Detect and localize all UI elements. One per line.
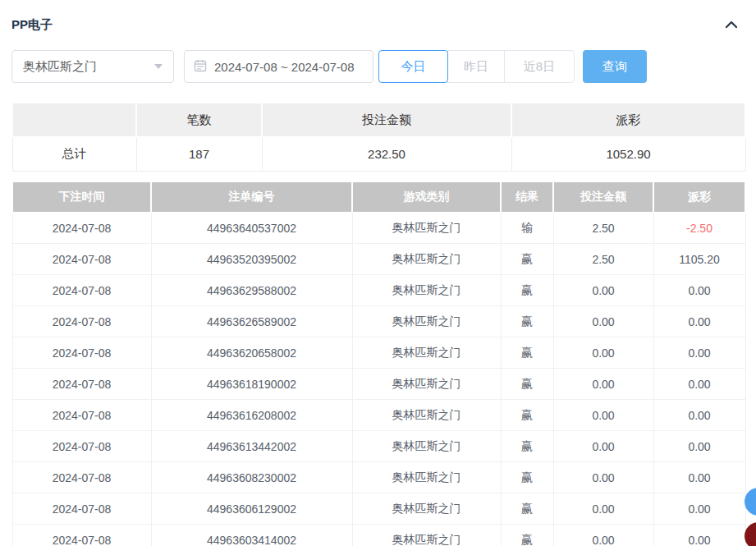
game-name-cell: 奥林匹斯之门 xyxy=(352,244,501,275)
bet-date-cell: 2024-07-08 xyxy=(12,306,151,337)
table-row: 2024-07-08 44963620658002 奥林匹斯之门 赢 0.00 … xyxy=(12,337,745,369)
result-cell: 赢 xyxy=(501,275,553,306)
result-cell: 赢 xyxy=(501,493,553,525)
bet-date-cell: 2024-07-08 xyxy=(12,431,151,462)
bet-id-cell: 44963608230002 xyxy=(151,462,352,493)
result-cell: 赢 xyxy=(501,369,553,400)
payout-cell: 0.00 xyxy=(653,431,745,462)
payout-cell: 0.00 xyxy=(653,306,745,337)
table-row: 2024-07-08 44963613442002 奥林匹斯之门 赢 0.00 … xyxy=(12,431,745,462)
chevron-down-icon xyxy=(154,64,163,69)
bet-amount-cell: 0.00 xyxy=(553,462,653,493)
game-name-cell: 奥林匹斯之门 xyxy=(352,369,501,400)
range-last8days-button[interactable]: 近8日 xyxy=(504,50,575,83)
game-name-cell: 奥林匹斯之门 xyxy=(352,337,501,369)
bet-date-cell: 2024-07-08 xyxy=(12,369,151,400)
table-row: 2024-07-08 44963629588002 奥林匹斯之门 赢 0.00 … xyxy=(12,275,745,306)
summary-total-label: 总计 xyxy=(12,137,136,171)
bet-id-cell: 44963626589002 xyxy=(151,306,352,337)
result-cell: 赢 xyxy=(501,400,553,431)
game-name-cell: 奥林匹斯之门 xyxy=(352,431,501,462)
payout-cell: -2.50 xyxy=(653,213,745,244)
range-today-button[interactable]: 今日 xyxy=(378,50,448,83)
bet-date-cell: 2024-07-08 xyxy=(12,337,151,369)
bet-table: 下注时间 注单编号 游戏类别 结果 投注金额 派彩 2024-07-08 449… xyxy=(11,181,746,546)
bet-amount-cell: 2.50 xyxy=(553,213,653,244)
game-name-cell: 奥林匹斯之门 xyxy=(352,525,501,546)
table-row: 2024-07-08 44963606129002 奥林匹斯之门 赢 0.00 … xyxy=(12,493,745,525)
bet-amount-cell: 0.00 xyxy=(553,400,653,431)
game-name-cell: 奥林匹斯之门 xyxy=(352,400,501,431)
result-cell: 赢 xyxy=(501,431,553,462)
bet-table-header-row: 下注时间 注单编号 游戏类别 结果 投注金额 派彩 xyxy=(12,181,745,213)
date-range-value: 2024-07-08 ~ 2024-07-08 xyxy=(214,60,355,74)
payout-cell: 0.00 xyxy=(653,337,745,369)
summary-total-payout: 1052.90 xyxy=(511,137,745,171)
summary-total-bet-amount: 232.50 xyxy=(262,137,511,171)
summary-total-count: 187 xyxy=(136,137,262,171)
table-row: 2024-07-08 44963616208002 奥林匹斯之门 赢 0.00 … xyxy=(12,400,745,431)
bet-id-cell: 44963629588002 xyxy=(151,275,352,306)
bet-amount-cell: 0.00 xyxy=(553,337,653,369)
table-row: 2024-07-08 44963520395002 奥林匹斯之门 赢 2.50 … xyxy=(12,244,745,275)
bet-id-cell: 44963616208002 xyxy=(151,400,352,431)
bet-amount-cell: 0.00 xyxy=(553,369,653,400)
game-name-cell: 奥林匹斯之门 xyxy=(352,275,501,306)
result-cell: 输 xyxy=(501,213,553,244)
bet-id-cell: 44963520395002 xyxy=(151,244,352,275)
bet-table-body: 2024-07-08 44963640537002 奥林匹斯之门 输 2.50 … xyxy=(12,213,745,546)
result-cell: 赢 xyxy=(501,337,553,369)
bet-date-cell: 2024-07-08 xyxy=(12,493,151,525)
payout-cell: 0.00 xyxy=(653,493,745,525)
payout-cell: 0.00 xyxy=(653,369,745,400)
table-row: 2024-07-08 44963608230002 奥林匹斯之门 赢 0.00 … xyxy=(12,462,745,493)
bet-date-cell: 2024-07-08 xyxy=(12,400,151,431)
table-row: 2024-07-08 44963618190002 奥林匹斯之门 赢 0.00 … xyxy=(12,369,745,400)
bet-id-cell: 44963606129002 xyxy=(151,493,352,525)
game-select[interactable]: 奥林匹斯之门 xyxy=(11,50,174,83)
panel-title: PP电子 xyxy=(11,17,53,33)
bet-id-cell: 44963613442002 xyxy=(151,431,352,462)
bet-id-cell: 44963620658002 xyxy=(151,337,352,369)
table-row: 2024-07-08 44963640537002 奥林匹斯之门 输 2.50 … xyxy=(12,213,745,244)
result-cell: 赢 xyxy=(501,244,553,275)
collapse-panel-button[interactable] xyxy=(725,17,738,32)
header-result: 结果 xyxy=(501,181,553,213)
date-range-input[interactable]: 2024-07-08 ~ 2024-07-08 xyxy=(184,50,373,83)
panel-header: PP电子 xyxy=(11,15,745,34)
payout-cell: 0.00 xyxy=(653,462,745,493)
range-yesterday-button[interactable]: 昨日 xyxy=(447,50,505,83)
bet-id-cell: 44963618190002 xyxy=(151,369,352,400)
game-name-cell: 奥林匹斯之门 xyxy=(352,493,501,525)
pp-electronics-panel: PP电子 奥林匹斯之门 2024-07-08 ~ 2024-07-08 今日 昨… xyxy=(0,0,756,546)
bet-date-cell: 2024-07-08 xyxy=(12,213,151,244)
bet-amount-cell: 0.00 xyxy=(553,493,653,525)
bet-date-cell: 2024-07-08 xyxy=(12,275,151,306)
table-row: 2024-07-08 44963626589002 奥林匹斯之门 赢 0.00 … xyxy=(12,306,745,337)
bet-amount-cell: 0.00 xyxy=(553,525,653,546)
bet-date-cell: 2024-07-08 xyxy=(12,462,151,493)
game-name-cell: 奥林匹斯之门 xyxy=(352,306,501,337)
payout-cell: 0.00 xyxy=(653,525,745,546)
payout-cell: 0.00 xyxy=(653,400,745,431)
result-cell: 赢 xyxy=(501,525,553,546)
bet-amount-cell: 0.00 xyxy=(553,275,653,306)
bet-amount-cell: 0.00 xyxy=(553,306,653,337)
game-select-value: 奥林匹斯之门 xyxy=(23,59,97,75)
bet-id-cell: 44963640537002 xyxy=(151,213,352,244)
calendar-icon xyxy=(194,59,207,75)
result-cell: 赢 xyxy=(501,462,553,493)
game-name-cell: 奥林匹斯之门 xyxy=(352,213,501,244)
summary-header-count: 笔数 xyxy=(136,103,262,137)
query-button[interactable]: 查询 xyxy=(583,50,647,83)
bet-date-cell: 2024-07-08 xyxy=(12,244,151,275)
table-row: 2024-07-08 44963603414002 奥林匹斯之门 赢 0.00 … xyxy=(12,525,745,546)
chevron-up-icon xyxy=(725,17,738,32)
header-bet-id: 注单编号 xyxy=(151,181,352,213)
result-cell: 赢 xyxy=(501,306,553,337)
bet-id-cell: 44963603414002 xyxy=(151,525,352,546)
header-bet-time: 下注时间 xyxy=(12,181,151,213)
game-name-cell: 奥林匹斯之门 xyxy=(352,462,501,493)
summary-header-empty xyxy=(12,103,136,137)
payout-cell: 1105.20 xyxy=(653,244,745,275)
